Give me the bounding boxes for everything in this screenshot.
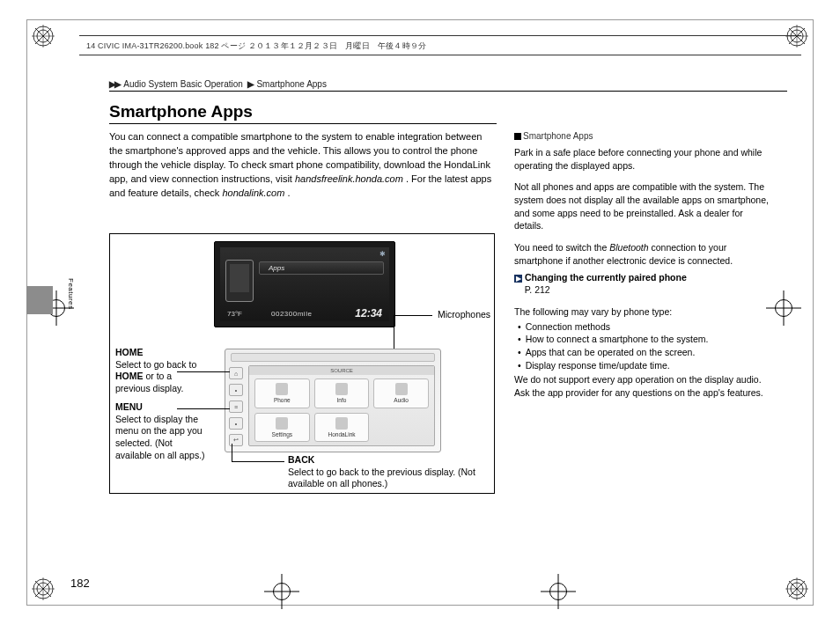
touch-header: SOURCE <box>249 366 434 375</box>
callout-title: BACK <box>288 454 314 465</box>
temperature: 73°F <box>227 310 242 318</box>
breadcrumb-a: Audio System Basic Operation <box>123 79 243 89</box>
phone-icon <box>276 383 288 395</box>
side-column: Smartphone Apps Park in a safe place bef… <box>514 130 771 408</box>
breadcrumb-b: Smartphone Apps <box>256 79 327 89</box>
ref-page: P. 212 <box>525 284 550 295</box>
side-text: The following may vary by phone type: <box>514 306 672 317</box>
callout-microphones: Microphones <box>438 309 490 321</box>
bluetooth-icon: ✱ <box>379 250 386 258</box>
callout-body: Select to display the menu on the app yo… <box>115 414 205 460</box>
side-text: We do not support every app operation on… <box>514 374 762 385</box>
callout-home: HOME Select to go back to HOME or to a p… <box>115 347 207 395</box>
leader-line <box>232 444 232 461</box>
side-text: Ask the app provider for any questions o… <box>514 387 763 398</box>
side-p3: You need to switch the Bluetooth connect… <box>514 241 771 297</box>
app-label: HondaLink <box>328 431 355 437</box>
ref-icon: ▶ <box>514 275 522 283</box>
app-label: Settings <box>272 431 293 437</box>
side-text: You need to switch the <box>514 242 609 253</box>
header-file-info: 14 CIVIC IMA-31TR26200.book 182 ページ ２０１３… <box>86 40 426 52</box>
breadcrumb: ▶▶ Audio System Basic Operation ▶ Smartp… <box>109 79 327 89</box>
diagram: ✱ Apps 73°F 002300mile 12:34 Microphones… <box>109 233 495 494</box>
settings-icon <box>276 417 288 430</box>
app-info[interactable]: Info <box>314 378 370 408</box>
list-item: Display response time/update time. <box>518 359 771 372</box>
registration-mark-icon <box>541 574 576 609</box>
callout-title: HOME <box>115 347 144 357</box>
section-tab <box>26 286 53 314</box>
ref-title: Changing the currently paired phone <box>525 272 687 283</box>
info-icon <box>335 383 348 395</box>
intro-text: . <box>287 187 290 198</box>
header-rule <box>79 55 801 55</box>
hw-button[interactable]: • <box>229 417 243 430</box>
side-p1: Park in a safe place before connecting y… <box>514 146 771 172</box>
registration-mark-icon <box>766 290 801 326</box>
side-list: The following may vary by phone type: Co… <box>514 305 771 400</box>
odometer: 002300mile <box>271 310 312 318</box>
header-rule <box>79 35 801 36</box>
leader-line <box>394 315 432 316</box>
crop-mark-icon <box>32 577 55 600</box>
breadcrumb-sep-icon: ▶▶ <box>109 79 120 89</box>
app-phone[interactable]: Phone <box>254 378 310 408</box>
crop-mark-icon <box>785 25 808 48</box>
apps-bar: Apps <box>259 261 384 275</box>
leader-line <box>232 461 284 462</box>
callout-body: HOME <box>115 371 144 381</box>
breadcrumb-sep-icon: ▶ <box>247 79 253 89</box>
app-label: Phone <box>274 397 291 403</box>
intro-paragraph: You can connect a compatible smartphone … <box>109 130 493 201</box>
app-label: Audio <box>394 397 409 403</box>
page-number: 182 <box>70 577 90 590</box>
audio-icon <box>395 383 408 395</box>
upper-display: ✱ Apps 73°F 002300mile 12:34 <box>214 241 395 327</box>
crop-mark-icon <box>32 25 55 48</box>
list-item: How to connect a smartphone to the syste… <box>518 333 771 346</box>
home-hw-button[interactable]: ⌂ <box>229 367 243 379</box>
title-rule <box>109 123 497 124</box>
hw-button[interactable]: • <box>229 384 243 396</box>
callout-title: MENU <box>115 401 143 412</box>
touchscreen[interactable]: SOURCE Phone Info Audio Settings HondaLi… <box>248 365 435 446</box>
app-hondalink[interactable]: HondaLink <box>314 413 370 443</box>
app-audio[interactable]: Audio <box>373 378 429 408</box>
app-label: Info <box>337 397 347 403</box>
side-heading-text: Smartphone Apps <box>523 131 593 141</box>
intro-link: hondalink.com <box>222 187 284 198</box>
crop-mark-icon <box>785 577 808 600</box>
callout-body: Select to go back to <box>115 359 196 370</box>
side-heading: Smartphone Apps <box>514 130 771 143</box>
intro-link: handsfreelink.honda.com <box>295 173 403 184</box>
apps-label: Apps <box>269 264 284 272</box>
app-settings[interactable]: Settings <box>254 413 310 443</box>
disc-slot <box>231 353 435 362</box>
marker-icon <box>514 133 521 140</box>
section-label: Features <box>67 278 75 310</box>
list-item: Apps that can be operated on the screen. <box>518 346 771 359</box>
side-buttons: ⌂ • ≡ • ↩ <box>229 365 245 448</box>
callout-back: BACK Select to go back to the previous d… <box>288 454 482 490</box>
content-rule <box>109 91 787 92</box>
side-text: Bluetooth <box>609 242 648 253</box>
side-p2: Not all phones and apps are compatible w… <box>514 180 771 232</box>
list-item: Connection methods <box>518 320 771 334</box>
page-title: Smartphone Apps <box>109 102 253 121</box>
phone-icon <box>225 260 254 302</box>
cross-ref: ▶Changing the currently paired phone P. … <box>514 271 771 297</box>
clock: 12:34 <box>355 307 382 320</box>
lower-unit: ⌂ • ≡ • ↩ SOURCE Phone Info Audio Settin… <box>225 349 441 452</box>
menu-hw-button[interactable]: ≡ <box>229 401 243 413</box>
hondalink-icon <box>335 417 348 430</box>
callout-body: Select to go back to the previous displa… <box>288 467 475 489</box>
callout-menu: MENU Select to display the menu on the a… <box>115 401 207 461</box>
registration-mark-icon <box>264 574 299 609</box>
